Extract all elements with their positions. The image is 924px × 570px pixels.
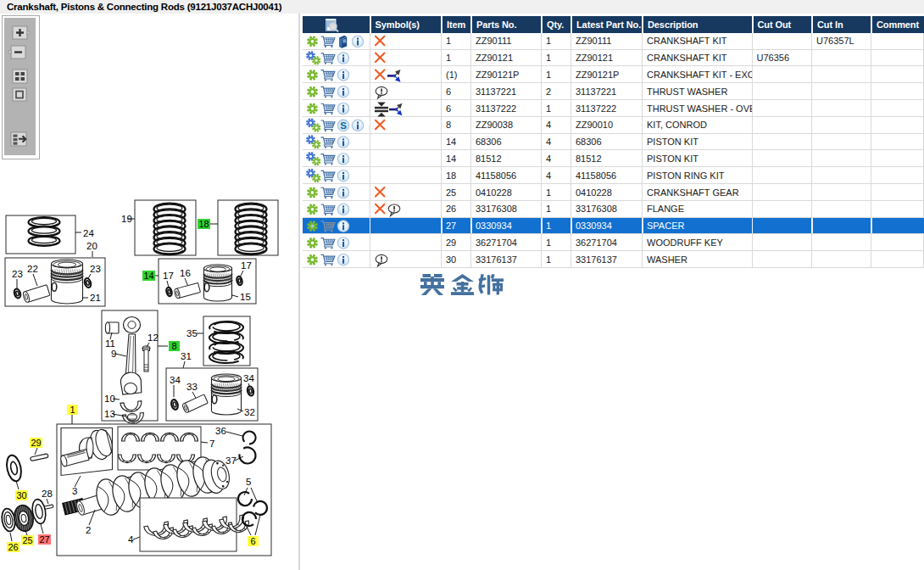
- svg-text:S: S: [340, 120, 347, 131]
